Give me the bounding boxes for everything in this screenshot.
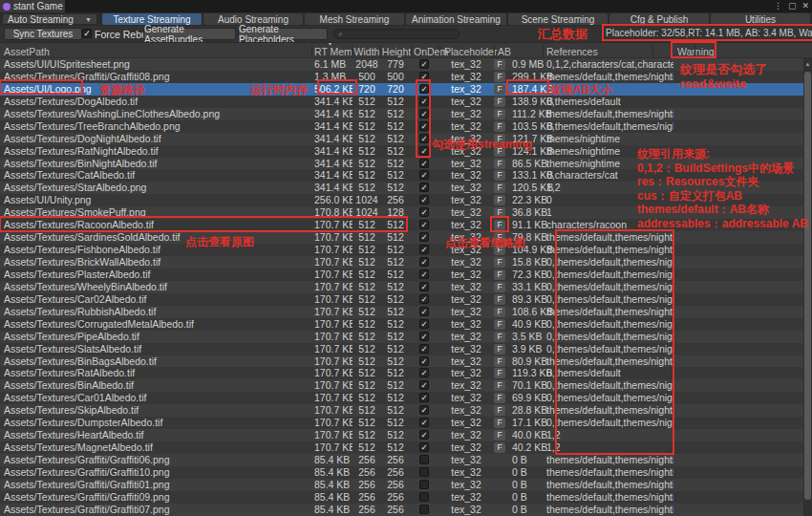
fix-button[interactable]: F xyxy=(494,368,505,378)
table-row[interactable]: Assets/Textures/WashingLineClothesAlbedo… xyxy=(0,108,812,120)
tab-utilities[interactable]: Utilities xyxy=(711,13,810,25)
table-row[interactable]: Assets/Textures/DogAlbedo.tif 341.4 KB 5… xyxy=(0,96,812,108)
fix-button[interactable]: F xyxy=(494,405,505,416)
fix-button[interactable]: F xyxy=(494,319,505,330)
ondem-checkbox[interactable]: ✓ xyxy=(419,146,429,156)
ondem-checkbox[interactable] xyxy=(419,480,429,489)
window-menu-icon[interactable]: ⋮ xyxy=(774,1,782,11)
table-row[interactable]: Assets/Textures/StarAlbedo.png 341.4 KB … xyxy=(0,182,812,194)
table-row[interactable]: Assets/Textures/MagnetAlbedo.tif 170.7 K… xyxy=(0,441,812,454)
fix-button[interactable]: F xyxy=(494,393,505,403)
fix-button[interactable]: F xyxy=(494,183,505,193)
table-row[interactable]: Assets/Textures/TreeBranchAlbedo.png 341… xyxy=(0,120,812,133)
ondem-checkbox[interactable]: ✓ xyxy=(419,393,429,402)
ondem-checkbox[interactable]: ✓ xyxy=(419,319,429,329)
ondem-checkbox[interactable]: ✓ xyxy=(419,380,429,390)
fix-button[interactable]: F xyxy=(494,121,505,132)
ondem-checkbox[interactable]: ✓ xyxy=(419,269,429,279)
ondem-checkbox[interactable]: ✓ xyxy=(419,159,429,168)
ondem-checkbox[interactable]: ✓ xyxy=(419,183,429,192)
table-row[interactable]: Assets/Textures/BinNightAlbedo.tif 341.4… xyxy=(0,158,812,170)
ondem-checkbox[interactable] xyxy=(419,492,429,502)
ondem-checkbox[interactable]: ✓ xyxy=(419,442,429,452)
fix-button[interactable]: F xyxy=(494,442,505,453)
scroll-up-icon[interactable]: ▲ xyxy=(803,59,812,69)
table-row[interactable]: Assets/Textures/FishboneAlbedo.tif 170.7… xyxy=(0,244,812,256)
table-row[interactable]: Assets/UI/Logo.png 506.2 KB 720 720 ✓ te… xyxy=(0,83,812,96)
fix-button[interactable]: F xyxy=(494,97,505,107)
table-row[interactable]: Assets/Textures/Graffiti/Graffiti08.png … xyxy=(0,71,812,83)
ondem-checkbox[interactable]: ✓ xyxy=(419,195,429,204)
fix-button[interactable]: F xyxy=(494,257,505,268)
ondem-checkbox[interactable]: ✓ xyxy=(419,418,429,427)
fix-button[interactable]: F xyxy=(494,84,505,95)
fix-button[interactable]: F xyxy=(494,146,505,157)
sync-textures-button[interactable]: Sync Textures xyxy=(4,28,82,40)
fix-button[interactable]: F xyxy=(494,344,505,355)
table-row[interactable]: Assets/UI/Unity.png 256.0 KB 1024 256 ✓ … xyxy=(0,194,812,206)
table-row[interactable]: Assets/Textures/RatNightAlbedo.tif 341.4… xyxy=(0,145,812,158)
fix-button[interactable]: F xyxy=(494,294,505,305)
col-ab[interactable]: AB xyxy=(498,46,511,57)
maximize-icon[interactable]: ▢ xyxy=(788,1,797,11)
force-rebuild-checkbox[interactable]: ✓ xyxy=(82,29,92,38)
table-row[interactable]: Assets/Textures/RubbishAlbedo.tif 170.7 … xyxy=(0,306,812,318)
col-height[interactable]: Height xyxy=(381,46,412,57)
fix-button[interactable]: F xyxy=(494,134,505,144)
ondem-checkbox[interactable]: ✓ xyxy=(419,232,429,242)
fix-button[interactable]: F xyxy=(494,356,505,367)
tab-cfg-publish[interactable]: Cfg & Publish xyxy=(609,13,709,25)
ondem-checkbox[interactable]: ✓ xyxy=(419,97,429,106)
ondem-checkbox[interactable]: ✓ xyxy=(419,84,429,94)
generate-assetbundles-button[interactable]: Generate AssetBundles xyxy=(143,28,236,40)
ondem-checkbox[interactable] xyxy=(419,505,429,514)
fix-button[interactable]: F xyxy=(494,380,505,391)
table-row[interactable]: Assets/Textures/CatAlbedo.tif 341.4 KB 5… xyxy=(0,169,812,182)
table-row[interactable]: Assets/Textures/Graffiti/Graffiti10.png … xyxy=(0,466,812,479)
table-row[interactable]: Assets/Textures/SkipAlbedo.tif 170.7 KB … xyxy=(0,404,812,417)
ondem-checkbox[interactable]: ✓ xyxy=(419,109,429,118)
table-row[interactable]: Assets/Textures/SmokePuff.png 170.8 KB 1… xyxy=(0,206,812,219)
fix-button[interactable]: F xyxy=(494,282,505,292)
table-row[interactable]: Assets/Textures/BinAlbedo.tif 170.7 KB 5… xyxy=(0,379,812,392)
col-placeholder[interactable]: Placeholder xyxy=(444,46,497,57)
fix-button[interactable]: F xyxy=(494,332,505,342)
fix-button[interactable]: F xyxy=(494,245,505,255)
fix-button[interactable]: F xyxy=(494,159,505,169)
tab-animation-streaming[interactable]: Animation Streaming xyxy=(406,13,506,25)
ondem-checkbox[interactable]: ✓ xyxy=(419,245,429,254)
fix-button[interactable]: F xyxy=(494,418,505,428)
ondem-checkbox[interactable]: ✓ xyxy=(419,356,429,366)
table-row[interactable]: Assets/Textures/WheelyBinAlbedo.tif 170.… xyxy=(0,281,812,293)
table-row[interactable]: Assets/Textures/DogNightAlbedo.tif 341.4… xyxy=(0,133,812,145)
window-tab[interactable]: stant Game xyxy=(0,0,65,12)
close-icon[interactable]: ✕ xyxy=(801,1,809,11)
col-assetpath[interactable]: AssetPath xyxy=(4,46,50,57)
table-row[interactable]: Assets/Textures/Car01Albedo.tif 170.7 KB… xyxy=(0,392,812,404)
ondem-checkbox[interactable]: ✓ xyxy=(419,220,429,229)
table-row[interactable]: Assets/Textures/PipeAlbedo.tif 170.7 KB … xyxy=(0,331,812,343)
table-row[interactable]: Assets/Textures/BrickWallAlbedo.tif 170.… xyxy=(0,256,812,269)
scrollbar-thumb[interactable] xyxy=(804,72,811,500)
table-row[interactable]: Assets/Textures/SlatsAlbedo.tif 170.7 KB… xyxy=(0,343,812,355)
fix-button[interactable]: F xyxy=(494,232,505,243)
ondem-checkbox[interactable] xyxy=(419,467,429,477)
fix-button[interactable]: F xyxy=(494,430,505,441)
ondem-checkbox[interactable]: ✓ xyxy=(419,405,429,415)
generate-placeholders-button[interactable]: Generate Placeholders xyxy=(238,28,328,40)
ondem-checkbox[interactable]: ✓ xyxy=(419,344,429,354)
ondem-checkbox[interactable]: ✓ xyxy=(419,72,429,81)
ondem-checkbox[interactable]: ✓ xyxy=(419,121,429,131)
fix-button[interactable]: F xyxy=(494,269,505,280)
ondem-checkbox[interactable]: ✓ xyxy=(419,170,429,180)
ondem-checkbox[interactable]: ✓ xyxy=(419,368,429,377)
fix-button[interactable]: F xyxy=(494,72,505,82)
fix-button[interactable]: F xyxy=(494,307,505,317)
col-ondem[interactable]: OnDem xyxy=(414,46,448,57)
ondem-checkbox[interactable]: ✓ xyxy=(419,307,429,316)
fix-button[interactable]: F xyxy=(494,220,505,230)
table-row[interactable]: Assets/Textures/HeartAlbedo.tif 170.7 KB… xyxy=(0,429,812,441)
tab-scene-streaming[interactable]: Scene Streaming xyxy=(508,13,608,25)
table-row[interactable]: Assets/Textures/PlasterAlbedo.tif 170.7 … xyxy=(0,269,812,281)
ondem-checkbox[interactable]: ✓ xyxy=(419,134,429,143)
